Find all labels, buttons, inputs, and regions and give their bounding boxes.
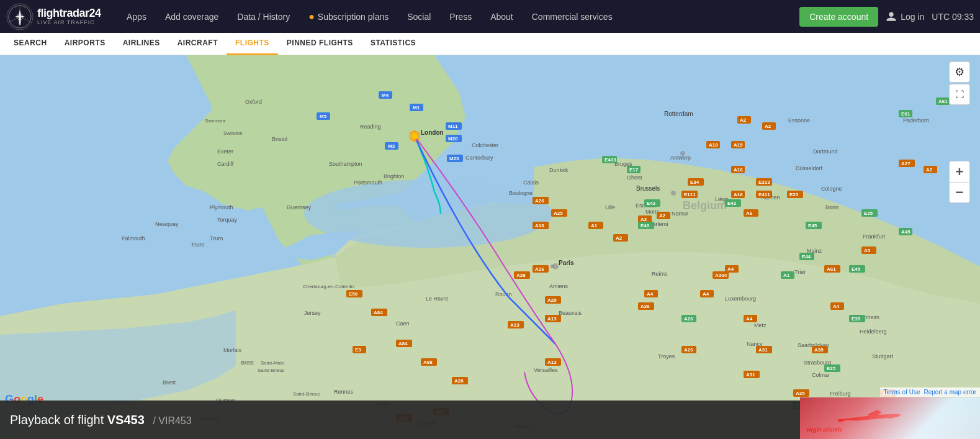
create-account-button[interactable]: Create account bbox=[799, 7, 878, 27]
svg-text:Jersey: Jersey bbox=[304, 310, 321, 316]
svg-text:A84: A84 bbox=[398, 341, 408, 346]
svg-text:A26: A26 bbox=[684, 347, 693, 353]
nav-subscription[interactable]: ● Subscription plans bbox=[300, 0, 397, 33]
svg-text:A2: A2 bbox=[926, 167, 933, 173]
svg-text:A25: A25 bbox=[554, 210, 563, 216]
sec-nav-statistics[interactable]: STATISTICS bbox=[362, 33, 425, 55]
svg-text:Saint-Malo: Saint-Malo bbox=[261, 360, 285, 366]
login-area[interactable]: Log in bbox=[886, 11, 924, 22]
svg-text:A13: A13 bbox=[510, 322, 519, 328]
fullscreen-button[interactable]: ⛶ bbox=[949, 84, 970, 105]
svg-text:A16: A16 bbox=[734, 167, 743, 173]
svg-text:A304: A304 bbox=[715, 273, 727, 278]
zoom-out-button[interactable]: − bbox=[949, 182, 970, 203]
svg-text:A1: A1 bbox=[591, 223, 598, 229]
svg-text:A28: A28 bbox=[454, 378, 464, 384]
secondary-navigation: SEARCH AIRPORTS AIRLINES AIRCRAFT FLIGHT… bbox=[0, 33, 980, 55]
zoom-in-button[interactable]: + bbox=[949, 161, 970, 182]
svg-text:A2: A2 bbox=[765, 124, 771, 129]
svg-text:Oxford: Oxford bbox=[245, 99, 262, 105]
svg-text:E40: E40 bbox=[641, 223, 650, 229]
sec-nav-flights[interactable]: FLIGHTS bbox=[227, 33, 278, 55]
sec-nav-airports[interactable]: AIRPORTS bbox=[56, 33, 114, 55]
svg-text:A1: A1 bbox=[783, 273, 790, 278]
svg-text:E45: E45 bbox=[852, 266, 861, 272]
svg-text:Brussels: Brussels bbox=[636, 185, 660, 192]
svg-text:Saint-Brieuc: Saint-Brieuc bbox=[293, 391, 320, 397]
svg-text:Cardiff: Cardiff bbox=[217, 161, 234, 167]
playback-callsign: / VIR453 bbox=[153, 415, 191, 426]
svg-text:A31: A31 bbox=[746, 372, 755, 378]
svg-text:Düsseldorf: Düsseldorf bbox=[796, 165, 823, 171]
svg-text:E411: E411 bbox=[758, 192, 770, 197]
thumbnail-overlay bbox=[800, 397, 980, 439]
fullscreen-icon: ⛶ bbox=[955, 89, 964, 99]
svg-text:Caen: Caen bbox=[396, 320, 410, 327]
svg-text:Swindon: Swindon bbox=[223, 130, 243, 136]
svg-text:A16: A16 bbox=[734, 192, 743, 197]
sec-nav-search[interactable]: SEARCH bbox=[5, 33, 56, 55]
svg-text:Exeter: Exeter bbox=[217, 148, 233, 155]
sec-nav-airlines[interactable]: AIRLINES bbox=[114, 33, 169, 55]
nav-data-history[interactable]: Data / History bbox=[228, 0, 299, 33]
nav-social[interactable]: Social bbox=[398, 0, 439, 33]
nav-right: Create account Log in UTC 09:33 bbox=[799, 7, 974, 27]
sec-nav-aircraft[interactable]: AIRCRAFT bbox=[169, 33, 227, 55]
svg-text:E313: E313 bbox=[758, 179, 770, 185]
svg-text:A5: A5 bbox=[864, 248, 871, 253]
svg-text:A31: A31 bbox=[758, 347, 768, 353]
svg-text:M4: M4 bbox=[382, 93, 389, 98]
sec-nav-pinned-flights[interactable]: PINNED FLIGHTS bbox=[278, 33, 362, 55]
map-container[interactable]: London Paris Brussels Rotterdam Amiens R… bbox=[0, 55, 980, 439]
svg-text:Paderborn: Paderborn bbox=[903, 117, 929, 124]
playback-title: Playback of flight VS453 / VIR453 bbox=[10, 413, 192, 427]
svg-text:A13: A13 bbox=[547, 360, 557, 365]
nav-about[interactable]: About bbox=[482, 0, 522, 33]
nav-apps[interactable]: Apps bbox=[118, 0, 155, 33]
svg-text:A26: A26 bbox=[684, 316, 693, 322]
svg-text:A4: A4 bbox=[833, 304, 840, 309]
svg-text:Bonn: Bonn bbox=[825, 204, 838, 210]
nav-commercial[interactable]: Commercial services bbox=[523, 0, 621, 33]
svg-text:Dortmund: Dortmund bbox=[813, 148, 838, 155]
svg-text:M23: M23 bbox=[449, 156, 459, 161]
svg-text:E34: E34 bbox=[690, 179, 699, 185]
settings-button[interactable]: ⚙ bbox=[949, 61, 970, 83]
svg-text:A88: A88 bbox=[423, 360, 433, 365]
map-terms: Terms of Use Report a map error bbox=[880, 387, 980, 397]
svg-text:Troyes: Troyes bbox=[658, 353, 675, 360]
svg-text:A26: A26 bbox=[641, 304, 650, 309]
svg-text:A18: A18 bbox=[709, 142, 718, 148]
svg-text:A4: A4 bbox=[703, 291, 709, 297]
svg-text:M5: M5 bbox=[320, 114, 327, 119]
svg-text:Trier: Trier bbox=[794, 269, 806, 275]
logo[interactable]: flightradar24 LIVE AIR TRAFFIC bbox=[6, 3, 106, 30]
svg-text:Essonne: Essonne bbox=[788, 117, 810, 124]
svg-text:A28: A28 bbox=[516, 273, 526, 278]
svg-text:Beauvais: Beauvais bbox=[559, 310, 582, 316]
svg-text:Morlaix: Morlaix bbox=[223, 347, 242, 353]
map-terms-link[interactable]: Terms of Use bbox=[884, 389, 920, 396]
svg-text:A35: A35 bbox=[814, 347, 824, 353]
svg-text:Plymouth: Plymouth bbox=[210, 204, 233, 210]
map-error-link[interactable]: Report a map error bbox=[924, 389, 976, 396]
nav-add-coverage[interactable]: Add coverage bbox=[156, 0, 227, 33]
logo-brand: flightradar24 bbox=[37, 7, 101, 20]
svg-text:A26: A26 bbox=[535, 198, 544, 204]
svg-text:A4: A4 bbox=[727, 266, 734, 272]
thumbnail-panel: virgin atlantic bbox=[800, 397, 980, 439]
svg-text:Cherbourg-en-Cotentin: Cherbourg-en-Cotentin bbox=[303, 284, 354, 289]
svg-text:Ghent: Ghent bbox=[627, 174, 642, 181]
svg-text:A13: A13 bbox=[547, 316, 557, 322]
svg-text:A45: A45 bbox=[901, 229, 910, 235]
svg-text:Cologne: Cologne bbox=[821, 186, 842, 192]
svg-text:E25: E25 bbox=[789, 192, 799, 197]
svg-text:Luxembourg: Luxembourg bbox=[725, 296, 756, 302]
svg-text:A16: A16 bbox=[535, 266, 544, 272]
svg-text:E50: E50 bbox=[349, 291, 358, 297]
nav-press[interactable]: Press bbox=[441, 0, 480, 33]
settings-icon: ⚙ bbox=[955, 65, 964, 79]
svg-text:Rotterdam: Rotterdam bbox=[664, 111, 693, 117]
svg-text:London: London bbox=[421, 129, 444, 136]
svg-text:Guernsey: Guernsey bbox=[287, 204, 312, 210]
